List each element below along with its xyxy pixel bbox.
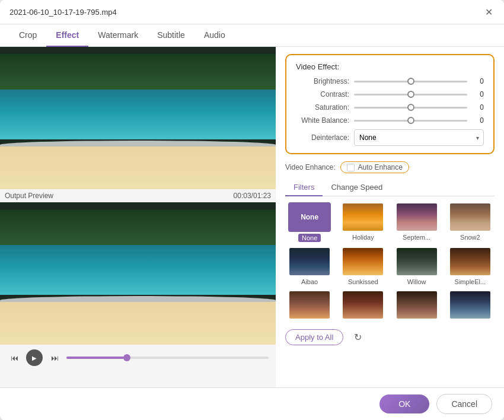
filter-item-simpleel[interactable]: SimpleEl... xyxy=(446,247,495,285)
brightness-thumb xyxy=(407,78,414,85)
cancel-button[interactable]: Cancel xyxy=(436,394,492,414)
refresh-button[interactable]: ↻ xyxy=(349,329,366,345)
auto-enhance-label: Auto Enhance xyxy=(358,163,403,171)
deinterlace-select-wrapper: None Blend Mean Bob ▾ xyxy=(354,129,484,146)
beach-layer-top xyxy=(0,147,276,189)
filter-name-aibao: Aibao xyxy=(301,278,318,285)
ok-button[interactable]: OK xyxy=(379,394,429,413)
september-preview xyxy=(397,203,437,231)
filter-item-row3a[interactable] xyxy=(285,290,334,322)
filter-thumb-row3d xyxy=(449,290,492,320)
auto-enhance-badge[interactable]: Auto Enhance xyxy=(340,161,409,173)
filter-tabs: Filters Change Speed xyxy=(285,179,495,196)
white-balance-label: White Balance: xyxy=(296,116,349,125)
filter-tab-change-speed[interactable]: Change Speed xyxy=(323,179,391,196)
row3d-preview xyxy=(450,291,490,319)
white-balance-slider[interactable] xyxy=(354,120,467,122)
aibao-preview xyxy=(289,248,330,275)
footer-bar: OK Cancel xyxy=(0,387,504,420)
saturation-label: Saturation: xyxy=(296,103,349,112)
video-enhance-label: Video Enhance: xyxy=(285,163,336,171)
filter-item-row3b[interactable] xyxy=(339,290,387,322)
filter-item-row3c[interactable] xyxy=(393,290,441,322)
filter-name-sunkissed: Sunkissed xyxy=(348,278,378,285)
water-layer-bottom xyxy=(0,245,276,295)
filter-thumb-snow2 xyxy=(449,202,492,232)
brightness-row: Brightness: 0 xyxy=(296,77,484,85)
filter-thumb-september xyxy=(395,202,438,232)
none-label: None xyxy=(301,213,318,221)
snow2-preview xyxy=(450,203,490,231)
willow-preview xyxy=(397,248,437,275)
filter-item-sunkissed[interactable]: Sunkissed xyxy=(339,247,387,285)
row3b-preview xyxy=(343,291,383,319)
filter-name-holiday: Holiday xyxy=(352,234,374,241)
tab-effect[interactable]: Effect xyxy=(46,24,88,47)
filter-item-holiday[interactable]: Holiday xyxy=(339,202,387,242)
filter-grid: None None Holiday Septem... xyxy=(285,202,495,322)
video-preview-top xyxy=(0,47,276,189)
timestamp-label: 00:03/01:23 xyxy=(234,192,271,200)
progress-bar[interactable] xyxy=(66,357,269,359)
filter-item-snow2[interactable]: Snow2 xyxy=(446,202,495,242)
close-button[interactable]: ✕ xyxy=(483,6,495,18)
filter-thumb-sunkissed xyxy=(342,247,384,276)
row3a-preview xyxy=(289,291,330,319)
filter-name-none: None xyxy=(298,234,321,242)
contrast-label: Contrast: xyxy=(296,90,349,98)
water-layer-top xyxy=(0,90,276,139)
filter-tab-filters[interactable]: Filters xyxy=(285,179,323,196)
contrast-row: Contrast: 0 xyxy=(296,90,484,98)
auto-enhance-checkbox[interactable] xyxy=(347,164,355,171)
prev-frame-button[interactable]: ⏮ xyxy=(7,351,21,365)
deinterlace-label: Deinterlace: xyxy=(296,133,349,142)
window-title: 2021-06-10_10-17-19-795.mp4 xyxy=(9,8,117,17)
video-preview-bottom xyxy=(0,202,276,345)
saturation-slider[interactable] xyxy=(354,107,467,109)
beach-scene-top xyxy=(0,47,276,189)
video-panel: Output Preview 00:03/01:23 ⏮ ▶ ⏭ xyxy=(0,47,276,387)
filter-thumb-row3b xyxy=(342,290,384,320)
filter-item-willow[interactable]: Willow xyxy=(393,247,441,285)
right-panel: Video Effect: Brightness: 0 Contrast: 0 xyxy=(276,47,504,387)
beach-layer-bottom xyxy=(0,302,276,345)
main-content: Output Preview 00:03/01:23 ⏮ ▶ ⏭ xyxy=(0,47,504,387)
filter-thumb-willow xyxy=(395,247,438,276)
white-balance-row: White Balance: 0 xyxy=(296,116,484,125)
title-bar: 2021-06-10_10-17-19-795.mp4 ✕ xyxy=(0,0,504,24)
video-effect-label: Video Effect: xyxy=(296,62,484,71)
filter-name-willow: Willow xyxy=(407,278,426,285)
row3c-preview xyxy=(397,291,437,319)
apply-to-all-button[interactable]: Apply to All xyxy=(285,329,343,345)
saturation-value: 0 xyxy=(472,103,484,112)
filter-item-row3d[interactable] xyxy=(446,290,495,322)
sunkissed-preview xyxy=(343,248,383,275)
contrast-value: 0 xyxy=(472,90,484,98)
brightness-slider[interactable] xyxy=(354,81,467,82)
brightness-label: Brightness: xyxy=(296,77,349,85)
filter-item-september[interactable]: Septem... xyxy=(393,202,441,242)
filter-item-none[interactable]: None None xyxy=(285,202,334,242)
filter-name-snow2: Snow2 xyxy=(460,234,480,241)
progress-thumb[interactable] xyxy=(123,354,130,361)
filter-thumb-row3a xyxy=(288,290,331,320)
play-button[interactable]: ▶ xyxy=(26,349,43,366)
tabs-bar: Crop Effect Watermark Subtitle Audio xyxy=(0,24,504,47)
tab-subtitle[interactable]: Subtitle xyxy=(148,24,194,47)
contrast-slider[interactable] xyxy=(354,94,467,96)
filter-thumb-simpleel xyxy=(449,247,492,276)
deinterlace-select[interactable]: None Blend Mean Bob xyxy=(354,129,484,146)
tab-audio[interactable]: Audio xyxy=(194,24,235,47)
tab-watermark[interactable]: Watermark xyxy=(88,24,148,47)
saturation-thumb xyxy=(407,104,414,111)
filter-item-aibao[interactable]: Aibao xyxy=(285,247,334,285)
filter-thumb-holiday xyxy=(342,202,384,232)
output-preview-label: Output Preview xyxy=(5,192,53,200)
next-frame-button[interactable]: ⏭ xyxy=(47,351,62,365)
tab-crop[interactable]: Crop xyxy=(9,24,46,47)
video-effect-box: Video Effect: Brightness: 0 Contrast: 0 xyxy=(285,54,495,154)
filter-thumb-none: None xyxy=(288,202,331,232)
progress-fill xyxy=(66,357,127,359)
saturation-row: Saturation: 0 xyxy=(296,103,484,112)
video-label-bar: Output Preview 00:03/01:23 xyxy=(0,189,276,202)
